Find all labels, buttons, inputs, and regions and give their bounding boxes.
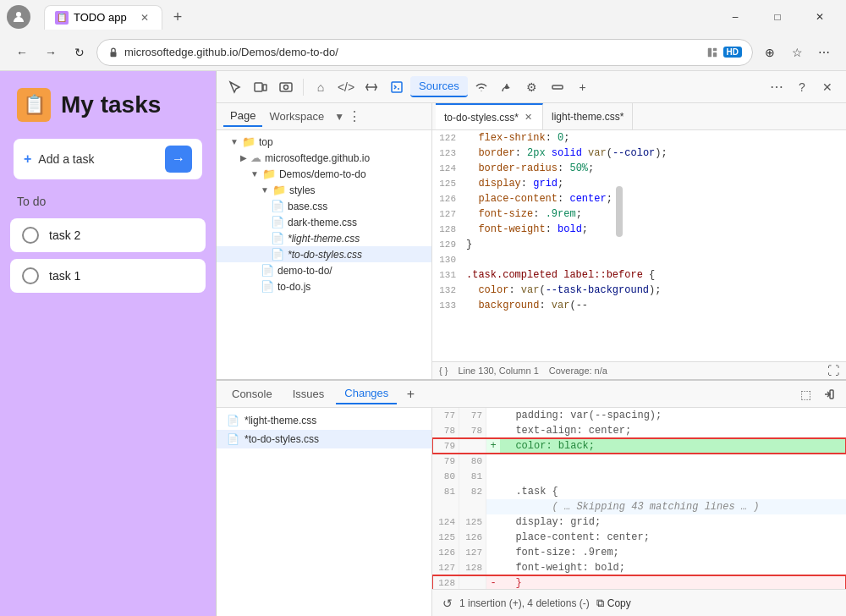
new-tab-button[interactable]: +	[166, 6, 190, 30]
copy-button[interactable]: ⧉ Copy	[596, 597, 631, 610]
changes-tab[interactable]: Changes	[336, 383, 397, 404]
devtools-more-button[interactable]: ⋯	[765, 75, 788, 99]
diff-new-128	[459, 575, 486, 589]
workspace-tab[interactable]: Workspace	[262, 107, 331, 126]
ft-item-top[interactable]: ▼ 📁 top	[217, 134, 431, 150]
code-line-131: 131 .task.completed label::before {	[432, 267, 846, 283]
file-tree-more[interactable]: ⋮	[348, 108, 361, 124]
ft-item-github[interactable]: ▶ ☁ microsoftedge.github.io	[217, 150, 431, 166]
svg-rect-5	[255, 83, 262, 91]
add-task-bar[interactable]: + Add a task →	[14, 139, 202, 179]
diff-scroll-area[interactable]: 77 77 padding: var(--spacing); 78 78 tex…	[432, 408, 846, 589]
back-button[interactable]: ←	[10, 41, 34, 64]
settings-button[interactable]: ⚙	[520, 75, 544, 99]
code-editor-panel: to-do-styles.css* ✕ light-theme.css* 122	[432, 103, 846, 379]
reader-icon	[706, 47, 718, 58]
add-task-submit-button[interactable]: →	[165, 146, 192, 173]
console-tab[interactable]: Console	[223, 384, 281, 404]
bottom-tabs: Console Issues Changes + ⬚	[217, 381, 846, 408]
bottom-right-buttons: ⬚	[795, 384, 839, 404]
ft-file-icon-todo: 📄	[271, 248, 284, 261]
layers-button[interactable]	[546, 75, 569, 99]
add-panel-button[interactable]: +	[400, 384, 420, 404]
todo-app-icon: 📋	[17, 88, 51, 122]
editor-tab-todo-styles[interactable]: to-do-styles.css* ✕	[436, 103, 543, 129]
svg-point-8	[284, 85, 288, 89]
file-tree-panel: Page Workspace ▼ ⋮ ▼ 📁 top ▶ ☁	[217, 103, 432, 379]
window-minimize-button[interactable]: –	[716, 3, 755, 30]
diff-content-80	[500, 454, 846, 469]
tab-close-button[interactable]: ✕	[138, 11, 151, 25]
editor-tab-todo-close[interactable]: ✕	[522, 112, 534, 124]
line-num-132: 132	[432, 283, 463, 298]
device-emulation-tool[interactable]	[249, 75, 272, 99]
file-tree-dropdown[interactable]: ▼	[334, 111, 344, 123]
ft-file-icon-demo-folder: 📄	[261, 264, 274, 277]
ft-item-base-css[interactable]: 📄 base.css	[217, 198, 431, 214]
inspect-element-tool[interactable]	[223, 75, 247, 99]
todo-item-0[interactable]: task 2	[10, 218, 206, 252]
favorites-button[interactable]: ☆	[785, 41, 809, 64]
ft-item-demos[interactable]: ▼ 📁 Demos/demo-to-do	[217, 166, 431, 182]
line-num-128: 128	[432, 222, 463, 237]
changes-file-todo-styles[interactable]: 📄 *to-do-styles.css	[217, 430, 431, 448]
ft-file-icon-todo-js: 📄	[261, 280, 274, 293]
code-scroll-area[interactable]: 122 flex-shrink: 0; 123 border: 2px soli…	[432, 130, 846, 361]
window-close-button[interactable]: ✕	[800, 3, 839, 30]
ft-folder-icon-styles: 📁	[272, 184, 286, 196]
devtools-help-button[interactable]: ?	[790, 75, 814, 99]
ft-item-todo-styles[interactable]: 📄 *to-do-styles.css	[217, 246, 431, 262]
close-panel-button[interactable]	[819, 384, 839, 404]
todo-item-1[interactable]: task 1	[10, 259, 206, 293]
diff-line-added-79: 79 + color: black;	[432, 438, 846, 454]
window-maximize-button[interactable]: □	[758, 3, 797, 30]
profile-avatar[interactable]	[7, 5, 30, 29]
diff-new-82: 82	[459, 484, 486, 499]
wireless-tab-button[interactable]	[470, 75, 493, 99]
forward-button[interactable]: →	[39, 41, 63, 64]
add-tool-button[interactable]: +	[571, 75, 595, 99]
ft-folder-icon-top: 📁	[242, 135, 255, 148]
diff-sign-80	[486, 454, 500, 469]
code-line-128: 128 font-weight: bold;	[432, 222, 846, 237]
file-tree-tabs: Page Workspace ▼ ⋮	[217, 103, 431, 130]
file-tree-scrollbar[interactable]	[616, 186, 623, 237]
diff-content-126: font-size: .9rem;	[500, 545, 846, 560]
expand-button[interactable]: ⛶	[827, 364, 839, 377]
more-options-button[interactable]: ⋯	[812, 41, 836, 64]
ft-folder-icon-demos: 📁	[262, 168, 276, 180]
ft-name-demos: Demos/demo-to-do	[279, 168, 366, 180]
todo-checkbox-0[interactable]	[22, 227, 39, 244]
changes-file-light-theme[interactable]: 📄 *light-theme.css	[217, 411, 431, 430]
address-bar[interactable]: microsoftedge.github.io/Demos/demo-to-do…	[96, 39, 753, 66]
editor-tab-light-theme[interactable]: light-theme.css*	[543, 103, 633, 129]
ft-item-styles[interactable]: ▼ 📁 styles	[217, 182, 431, 198]
performance-tab-button[interactable]	[495, 75, 519, 99]
line-num-125: 125	[432, 176, 463, 191]
sources-tab-button[interactable]	[385, 75, 409, 99]
refresh-button[interactable]: ↻	[68, 41, 91, 64]
reading-mode-button[interactable]: ⊕	[758, 41, 782, 64]
network-tab-button[interactable]	[360, 75, 383, 99]
home-button[interactable]: ⌂	[309, 75, 332, 99]
ft-item-todo-js[interactable]: 📄 to-do.js	[217, 278, 431, 294]
diff-new-127: 128	[459, 560, 486, 575]
line-num-123: 123	[432, 146, 463, 161]
ft-name-todo-js: to-do.js	[277, 281, 310, 293]
browser-tab[interactable]: 📋 TODO app ✕	[44, 5, 162, 30]
screenshot-tool[interactable]	[274, 75, 298, 99]
ft-item-demo-folder[interactable]: 📄 demo-to-do/	[217, 262, 431, 278]
changes-footer: ↺ 1 insertion (+), 4 deletions (-) ⧉ Cop…	[432, 589, 846, 616]
sources-label[interactable]: Sources	[410, 76, 468, 97]
ft-item-dark-theme[interactable]: 📄 dark-theme.css	[217, 214, 431, 230]
elements-tab-button[interactable]: </>	[334, 75, 358, 99]
devtools-close-button[interactable]: ✕	[816, 75, 839, 99]
line-content-133: background: var(--	[463, 298, 846, 313]
undock-button[interactable]: ⬚	[795, 384, 816, 404]
undo-icon[interactable]: ↺	[442, 597, 453, 610]
ft-item-light-theme[interactable]: 📄 *light-theme.css	[217, 230, 431, 246]
todo-checkbox-1[interactable]	[22, 267, 39, 284]
issues-tab[interactable]: Issues	[284, 384, 333, 404]
bracket-button[interactable]: { }	[439, 366, 448, 376]
page-tab[interactable]: Page	[223, 106, 262, 127]
